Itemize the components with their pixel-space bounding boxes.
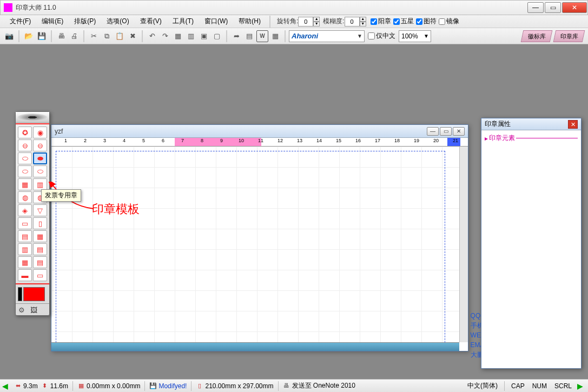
font-select[interactable]: Aharoni ▼ bbox=[289, 30, 365, 42]
chk-mirror[interactable]: 镜像 bbox=[439, 17, 459, 26]
vertical-scrollbar[interactable] bbox=[459, 147, 468, 342]
word-icon[interactable]: W bbox=[256, 30, 268, 42]
tab-logo-library[interactable]: 徽标库 bbox=[521, 30, 553, 42]
stamp-oval1-icon[interactable]: ⬭ bbox=[18, 152, 32, 164]
save-icon[interactable]: 💾 bbox=[36, 30, 48, 42]
prev-arrow-icon[interactable]: ◀ bbox=[2, 382, 11, 390]
cut-icon[interactable]: ✂ bbox=[88, 30, 100, 42]
stamp-table1-icon[interactable]: ▤ bbox=[18, 230, 32, 242]
back-icon[interactable]: ▢ bbox=[211, 30, 223, 42]
canvas[interactable] bbox=[51, 147, 459, 342]
ungroup-icon[interactable]: ▥ bbox=[185, 30, 197, 42]
stamp-round-star-icon[interactable]: ✪ bbox=[18, 127, 32, 138]
toggle1-icon[interactable]: ⚙ bbox=[16, 304, 28, 316]
stamp-table6-icon[interactable]: ▤ bbox=[33, 256, 47, 268]
print-preview-icon[interactable]: 🖨 bbox=[68, 30, 80, 42]
stamp-grid1-icon[interactable]: ▦ bbox=[18, 178, 32, 190]
stamp-invoice-icon[interactable]: ⬬ bbox=[33, 152, 47, 164]
undo-icon[interactable]: ↶ bbox=[146, 30, 158, 42]
next-arrow-icon[interactable]: ▶ bbox=[577, 382, 586, 390]
group-icon[interactable]: ▦ bbox=[172, 30, 184, 42]
stamp-bar2-icon[interactable]: ▭ bbox=[33, 269, 47, 281]
rotate-input[interactable] bbox=[298, 17, 313, 26]
rotate-spin[interactable]: ▲▼ bbox=[313, 17, 320, 26]
stamp-table4-icon[interactable]: ▤ bbox=[33, 243, 47, 255]
new-icon[interactable]: 📷 bbox=[3, 30, 15, 42]
chk-tufu[interactable]: 图符 bbox=[416, 17, 437, 26]
menu-view[interactable]: 查看(V) bbox=[135, 16, 167, 27]
stamp-rect2-icon[interactable]: ▯ bbox=[33, 217, 47, 229]
stamp-oval3-icon[interactable]: ⬭ bbox=[18, 165, 32, 177]
palette-header[interactable] bbox=[16, 112, 49, 123]
page-size: 210.00mm x 297.00mm bbox=[205, 382, 273, 390]
stamp-triangle-icon[interactable]: ▽ bbox=[33, 204, 47, 216]
blur-spin[interactable]: ▲▼ bbox=[360, 17, 366, 26]
doc-close-button[interactable]: ✕ bbox=[453, 127, 465, 136]
export-icon[interactable]: ➦ bbox=[230, 30, 242, 42]
stamp-table3-icon[interactable]: ▥ bbox=[18, 243, 32, 255]
maximize-button[interactable]: ▭ bbox=[545, 2, 561, 13]
printer-name: 发送至 OneNote 2010 bbox=[292, 381, 355, 390]
chevron-down-icon[interactable]: ▼ bbox=[355, 33, 364, 39]
doc-minimize-button[interactable]: — bbox=[427, 127, 439, 136]
properties-panel[interactable]: 印章属性 ✕ ▸印章元素 bbox=[481, 118, 582, 369]
stamp-oval4-icon[interactable]: ⬭ bbox=[33, 165, 47, 177]
minimize-button[interactable]: — bbox=[527, 2, 544, 13]
tool-palette[interactable]: ✪ ◉ ⊖ ⊖ ⬭ ⬬ ⬭ ⬭ ▦ ▥ ◍ ◍ ◈ ▽ ▭ ▯ ▤ ▦ ▥ ▤ … bbox=[15, 111, 50, 316]
stroke-color[interactable] bbox=[18, 287, 22, 301]
menu-help[interactable]: 帮助(H) bbox=[233, 16, 266, 27]
stamp-grid2-icon[interactable]: ▥ bbox=[33, 178, 47, 190]
page-icon: ▯ bbox=[196, 382, 203, 390]
menu-layout[interactable]: 排版(P) bbox=[69, 16, 101, 27]
stamp-diamond-icon[interactable]: ◈ bbox=[18, 204, 32, 216]
menu-window[interactable]: 窗口(W) bbox=[199, 16, 233, 27]
stamp-bar1-icon[interactable]: ▬ bbox=[18, 269, 32, 281]
toggle2-icon[interactable]: 🖼 bbox=[28, 304, 39, 316]
doc-maximize-button[interactable]: ▭ bbox=[440, 127, 452, 136]
stamp-ring2-icon[interactable]: ⊖ bbox=[33, 139, 47, 151]
zoom-select[interactable]: 100% ▼ bbox=[399, 30, 431, 42]
properties-close-button[interactable]: ✕ bbox=[568, 120, 578, 129]
menu-edit[interactable]: 编辑(E) bbox=[36, 16, 69, 27]
paste-icon[interactable]: 📋 bbox=[114, 30, 125, 42]
stamp-ring1-icon[interactable]: ⊖ bbox=[18, 139, 32, 151]
delete-icon[interactable]: ✖ bbox=[127, 30, 138, 42]
menu-tools[interactable]: 工具(T) bbox=[167, 16, 199, 27]
tab-stamp-library[interactable]: 印章库 bbox=[553, 30, 585, 42]
app-icon bbox=[4, 3, 12, 12]
print-icon[interactable]: 🖶 bbox=[55, 30, 67, 42]
chevron-down-icon[interactable]: ▼ bbox=[422, 33, 431, 39]
grid-icon[interactable]: ▤ bbox=[243, 30, 255, 42]
menu-options[interactable]: 选项(O) bbox=[101, 16, 134, 27]
status-bar: ◀ ⬌9.3m ⬍11.6m ▦0.00mm x 0.00mm 💾Modifye… bbox=[0, 379, 588, 392]
rotate-label: 旋转角: bbox=[277, 17, 298, 26]
stamp-table2-icon[interactable]: ▦ bbox=[33, 230, 47, 242]
zoom-value: 100% bbox=[401, 32, 418, 40]
fill-color[interactable] bbox=[23, 287, 45, 301]
chk-only-cn[interactable]: 仅中文 bbox=[368, 31, 395, 41]
stamp-circ-grid-icon[interactable]: ◍ bbox=[18, 191, 32, 203]
font-name: Aharoni bbox=[292, 32, 318, 40]
stamp-table5-icon[interactable]: ▦ bbox=[18, 256, 32, 268]
stamp-rect1-icon[interactable]: ▭ bbox=[18, 217, 32, 229]
redo-icon[interactable]: ↷ bbox=[159, 30, 171, 42]
settings-icon[interactable]: ▦ bbox=[269, 30, 281, 42]
menu-file[interactable]: 文件(F) bbox=[4, 16, 36, 27]
blur-input[interactable] bbox=[345, 17, 360, 26]
copy-icon[interactable]: ⧉ bbox=[101, 30, 113, 42]
open-icon[interactable]: 📂 bbox=[23, 30, 35, 42]
doc-titlebar[interactable]: yzf — ▭ ✕ bbox=[51, 125, 468, 138]
properties-header[interactable]: 印章属性 ✕ bbox=[481, 118, 581, 130]
chk-yang[interactable]: 阳章 bbox=[371, 17, 391, 26]
ruler-horizontal[interactable]: 1 2 3 4 5 6 7 8 9 10 11 12 13 14 15 16 1… bbox=[51, 138, 468, 147]
color-row bbox=[16, 285, 49, 303]
printer-icon: 🖶 bbox=[283, 382, 290, 390]
close-button[interactable]: ✕ bbox=[562, 2, 587, 13]
lang-indicator[interactable]: 中文(简体) bbox=[465, 381, 500, 390]
horizontal-scrollbar[interactable] bbox=[51, 342, 459, 351]
modified-status: Modifyed! bbox=[158, 382, 187, 390]
properties-section[interactable]: ▸印章元素 bbox=[485, 134, 578, 143]
front-icon[interactable]: ▣ bbox=[198, 30, 210, 42]
stamp-round-text-icon[interactable]: ◉ bbox=[33, 127, 47, 138]
chk-wuxing[interactable]: 五星 bbox=[393, 17, 414, 26]
